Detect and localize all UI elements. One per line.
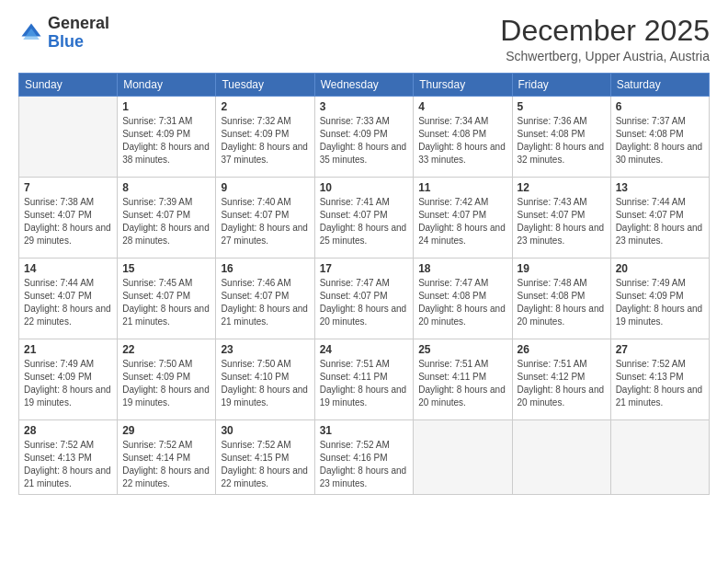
day-number: 31: [320, 424, 409, 437]
day-cell: 16Sunrise: 7:46 AMSunset: 4:07 PMDayligh…: [216, 259, 314, 339]
day-cell: 28Sunrise: 7:52 AMSunset: 4:13 PMDayligh…: [19, 420, 118, 495]
day-header-sunday: Sunday: [19, 74, 118, 97]
day-cell: 17Sunrise: 7:47 AMSunset: 4:07 PMDayligh…: [314, 259, 414, 339]
day-number: 12: [518, 181, 606, 194]
day-number: 14: [24, 262, 112, 275]
logo-icon: [18, 20, 44, 46]
day-cell: 7Sunrise: 7:38 AMSunset: 4:07 PMDaylight…: [19, 178, 118, 259]
day-number: 23: [221, 343, 309, 356]
day-number: 28: [24, 424, 112, 437]
logo: General Blue: [18, 15, 109, 52]
page-container: General Blue December 2025 Schwertberg, …: [0, 0, 728, 504]
day-number: 20: [616, 262, 704, 275]
day-number: 5: [518, 100, 606, 113]
week-row-1: 1Sunrise: 7:31 AMSunset: 4:09 PMDaylight…: [19, 97, 710, 178]
day-info: Sunrise: 7:51 AMSunset: 4:12 PMDaylight:…: [518, 358, 606, 409]
month-title: December 2025: [500, 15, 710, 47]
day-header-saturday: Saturday: [610, 74, 709, 97]
day-number: 13: [616, 181, 704, 194]
day-number: 10: [320, 181, 409, 194]
day-cell: 10Sunrise: 7:41 AMSunset: 4:07 PMDayligh…: [314, 178, 414, 259]
title-block: December 2025 Schwertberg, Upper Austria…: [500, 15, 710, 63]
day-info: Sunrise: 7:31 AMSunset: 4:09 PMDaylight:…: [122, 115, 210, 167]
location-text: Schwertberg, Upper Austria, Austria: [500, 49, 710, 63]
day-info: Sunrise: 7:47 AMSunset: 4:08 PMDaylight:…: [418, 277, 506, 328]
day-info: Sunrise: 7:41 AMSunset: 4:07 PMDaylight:…: [320, 196, 409, 247]
day-info: Sunrise: 7:38 AMSunset: 4:07 PMDaylight:…: [24, 196, 112, 247]
calendar-body: 1Sunrise: 7:31 AMSunset: 4:09 PMDaylight…: [19, 97, 710, 495]
day-cell: 1Sunrise: 7:31 AMSunset: 4:09 PMDaylight…: [118, 97, 216, 178]
day-info: Sunrise: 7:42 AMSunset: 4:07 PMDaylight:…: [418, 196, 506, 247]
day-number: 9: [221, 181, 309, 194]
day-number: 2: [221, 100, 309, 113]
day-number: 19: [518, 262, 606, 275]
day-cell: 20Sunrise: 7:49 AMSunset: 4:09 PMDayligh…: [610, 259, 709, 339]
day-info: Sunrise: 7:37 AMSunset: 4:08 PMDaylight:…: [616, 115, 704, 167]
day-number: 8: [122, 181, 210, 194]
day-info: Sunrise: 7:47 AMSunset: 4:07 PMDaylight:…: [320, 277, 409, 328]
day-number: 30: [221, 424, 309, 437]
day-info: Sunrise: 7:48 AMSunset: 4:08 PMDaylight:…: [518, 277, 606, 328]
day-number: 1: [122, 100, 210, 113]
day-header-wednesday: Wednesday: [314, 74, 414, 97]
logo-general-text: General: [48, 14, 109, 32]
day-cell: [19, 97, 118, 178]
day-info: Sunrise: 7:52 AMSunset: 4:14 PMDaylight:…: [122, 439, 210, 490]
day-cell: 12Sunrise: 7:43 AMSunset: 4:07 PMDayligh…: [512, 178, 610, 259]
day-number: 4: [418, 100, 506, 113]
day-info: Sunrise: 7:43 AMSunset: 4:07 PMDaylight:…: [518, 196, 606, 247]
day-number: 22: [122, 343, 210, 356]
day-number: 27: [616, 343, 704, 356]
day-number: 6: [616, 100, 704, 113]
day-info: Sunrise: 7:46 AMSunset: 4:07 PMDaylight:…: [221, 277, 309, 328]
day-cell: 31Sunrise: 7:52 AMSunset: 4:16 PMDayligh…: [314, 420, 414, 495]
day-header-tuesday: Tuesday: [216, 74, 314, 97]
day-cell: 2Sunrise: 7:32 AMSunset: 4:09 PMDaylight…: [216, 97, 314, 178]
day-cell: 8Sunrise: 7:39 AMSunset: 4:07 PMDaylight…: [118, 178, 216, 259]
day-cell: 25Sunrise: 7:51 AMSunset: 4:11 PMDayligh…: [414, 339, 512, 420]
day-number: 11: [418, 181, 506, 194]
logo-blue-text: Blue: [48, 32, 84, 51]
day-header-friday: Friday: [512, 74, 610, 97]
day-cell: 6Sunrise: 7:37 AMSunset: 4:08 PMDaylight…: [610, 97, 709, 178]
page-header: General Blue December 2025 Schwertberg, …: [18, 15, 710, 63]
day-cell: 4Sunrise: 7:34 AMSunset: 4:08 PMDaylight…: [414, 97, 512, 178]
day-cell: 19Sunrise: 7:48 AMSunset: 4:08 PMDayligh…: [512, 259, 610, 339]
day-number: 16: [221, 262, 309, 275]
day-cell: 13Sunrise: 7:44 AMSunset: 4:07 PMDayligh…: [610, 178, 709, 259]
day-cell: 30Sunrise: 7:52 AMSunset: 4:15 PMDayligh…: [216, 420, 314, 495]
day-info: Sunrise: 7:52 AMSunset: 4:16 PMDaylight:…: [320, 439, 409, 490]
calendar-header: SundayMondayTuesdayWednesdayThursdayFrid…: [19, 74, 710, 97]
day-cell: 3Sunrise: 7:33 AMSunset: 4:09 PMDaylight…: [314, 97, 414, 178]
day-cell: 18Sunrise: 7:47 AMSunset: 4:08 PMDayligh…: [414, 259, 512, 339]
day-cell: 14Sunrise: 7:44 AMSunset: 4:07 PMDayligh…: [19, 259, 118, 339]
day-info: Sunrise: 7:50 AMSunset: 4:09 PMDaylight:…: [122, 358, 210, 409]
day-number: 18: [418, 262, 506, 275]
day-info: Sunrise: 7:36 AMSunset: 4:08 PMDaylight:…: [518, 115, 606, 167]
day-number: 15: [122, 262, 210, 275]
day-cell: 11Sunrise: 7:42 AMSunset: 4:07 PMDayligh…: [414, 178, 512, 259]
day-info: Sunrise: 7:49 AMSunset: 4:09 PMDaylight:…: [24, 358, 112, 409]
day-cell: 27Sunrise: 7:52 AMSunset: 4:13 PMDayligh…: [610, 339, 709, 420]
day-number: 17: [320, 262, 409, 275]
day-number: 24: [320, 343, 409, 356]
week-row-3: 14Sunrise: 7:44 AMSunset: 4:07 PMDayligh…: [19, 259, 710, 339]
day-info: Sunrise: 7:52 AMSunset: 4:15 PMDaylight:…: [221, 439, 309, 490]
day-number: 3: [320, 100, 409, 113]
day-info: Sunrise: 7:51 AMSunset: 4:11 PMDaylight:…: [418, 358, 506, 409]
day-info: Sunrise: 7:52 AMSunset: 4:13 PMDaylight:…: [24, 439, 112, 490]
day-info: Sunrise: 7:39 AMSunset: 4:07 PMDaylight:…: [122, 196, 210, 247]
day-cell: 15Sunrise: 7:45 AMSunset: 4:07 PMDayligh…: [118, 259, 216, 339]
day-header-thursday: Thursday: [414, 74, 512, 97]
day-cell: 22Sunrise: 7:50 AMSunset: 4:09 PMDayligh…: [118, 339, 216, 420]
day-info: Sunrise: 7:49 AMSunset: 4:09 PMDaylight:…: [616, 277, 704, 328]
day-info: Sunrise: 7:44 AMSunset: 4:07 PMDaylight:…: [616, 196, 704, 247]
day-number: 21: [24, 343, 112, 356]
calendar-table: SundayMondayTuesdayWednesdayThursdayFrid…: [18, 73, 710, 495]
day-info: Sunrise: 7:40 AMSunset: 4:07 PMDaylight:…: [221, 196, 309, 247]
day-cell: 5Sunrise: 7:36 AMSunset: 4:08 PMDaylight…: [512, 97, 610, 178]
week-row-2: 7Sunrise: 7:38 AMSunset: 4:07 PMDaylight…: [19, 178, 710, 259]
day-cell: 29Sunrise: 7:52 AMSunset: 4:14 PMDayligh…: [118, 420, 216, 495]
day-header-monday: Monday: [118, 74, 216, 97]
day-cell: [512, 420, 610, 495]
